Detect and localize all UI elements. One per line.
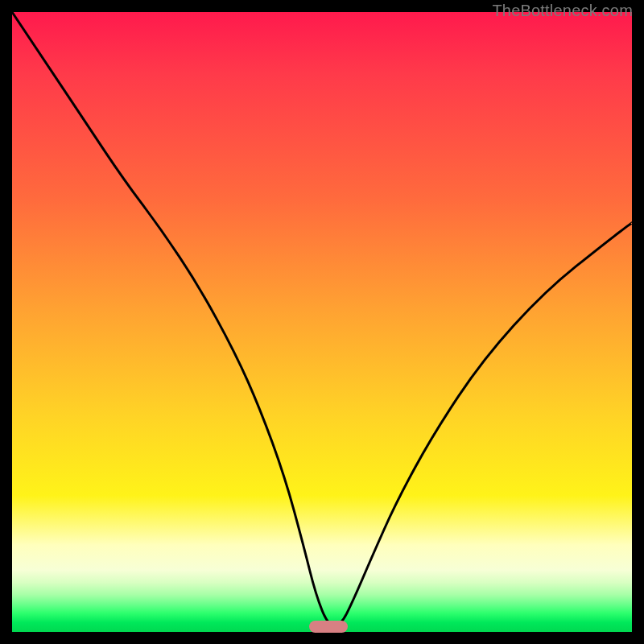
plot-area [12,12,632,632]
watermark-text: TheBottleneck.com [492,2,633,20]
chart-svg [12,12,632,632]
optimum-marker [309,621,348,633]
bottleneck-curve [12,12,632,625]
chart-frame: TheBottleneck.com [0,0,644,644]
